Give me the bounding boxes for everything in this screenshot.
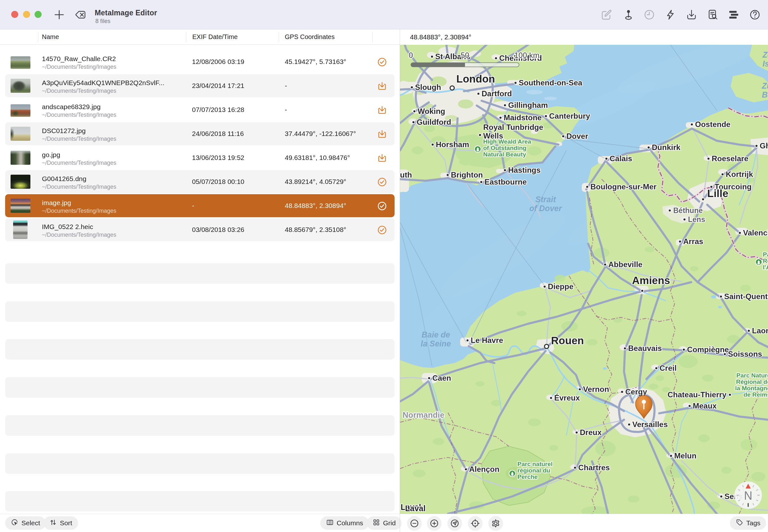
file-gps: 48.85679°, 2.35108°	[285, 226, 346, 234]
help-icon[interactable]	[748, 8, 761, 21]
file-row[interactable]: andscape68329.jpg~/Documents/Testing/Ima…	[5, 98, 395, 121]
download-location-icon[interactable]	[377, 153, 387, 163]
city-dot	[655, 367, 658, 370]
city-dot	[670, 455, 673, 457]
center-pin-button[interactable]	[468, 516, 483, 531]
city-label: Cergy	[625, 387, 647, 396]
sort-button[interactable]: Sort	[44, 516, 78, 530]
sea-label: la Seine	[421, 339, 451, 348]
file-row[interactable]: IMG_0522 2.heic~/Documents/Testing/Image…	[5, 218, 395, 241]
map-settings-button[interactable]	[488, 516, 503, 531]
download-location-icon[interactable]	[377, 105, 387, 115]
geotagged-check-icon[interactable]	[377, 225, 387, 235]
add-icon[interactable]	[53, 8, 66, 21]
actions-icon[interactable]	[664, 8, 677, 21]
city-dot	[647, 146, 650, 149]
park-label: Parc naturel	[517, 461, 553, 467]
empty-row-placeholder	[5, 339, 395, 360]
city-label: Dunkirk	[652, 143, 681, 152]
city-dot	[412, 121, 415, 124]
city-label: Maidstone	[504, 113, 542, 122]
city-dot	[504, 169, 507, 172]
file-datetime: -	[192, 202, 194, 210]
city-dot	[683, 348, 685, 351]
zoom-out-button[interactable]	[407, 516, 422, 531]
close-button[interactable]	[11, 11, 18, 18]
file-datetime: 23/04/2014 17:21	[192, 82, 244, 90]
city-label: Royal Tunbridge	[483, 123, 543, 131]
city-label: Amiens	[632, 274, 670, 286]
columns-button[interactable]: Columns	[320, 516, 369, 530]
file-row[interactable]: A3pQuViEy54adKQ1WNEPB2Q2nSvlF...~/Docume…	[5, 74, 395, 97]
geotagged-check-icon[interactable]	[377, 177, 387, 187]
location-icon[interactable]	[622, 8, 635, 21]
inspect-icon[interactable]	[706, 8, 719, 21]
bottom-toolbar: Select Sort Columns Grid Tags	[0, 514, 768, 532]
city-dot	[720, 295, 723, 298]
city-dot	[624, 347, 627, 350]
empty-row-placeholder	[5, 377, 395, 398]
download-location-icon[interactable]	[377, 129, 387, 139]
file-gps: 37.44479°, -122.16067°	[285, 130, 356, 138]
sea-label: Zu	[762, 81, 768, 90]
grid-button[interactable]: Grid	[367, 516, 402, 530]
map-coordinates-readout: 48.84883°, 2.30894°	[410, 33, 471, 41]
city-dot	[495, 57, 498, 60]
park-label: Parc Nature	[736, 372, 768, 379]
scale-label-100km: 100 km	[514, 51, 540, 60]
city-label: Woking	[418, 107, 445, 115]
file-row[interactable]: go.jpg~/Documents/Testing/Images13/06/20…	[5, 146, 395, 169]
geotagged-check-icon[interactable]	[377, 57, 387, 67]
sea-label: Zee	[762, 50, 768, 59]
city-label: Eastbourne	[484, 178, 527, 186]
select-button[interactable]: Select	[5, 516, 46, 530]
compass[interactable]: N	[734, 481, 762, 509]
city-label: Southend-on-Sea	[519, 78, 582, 87]
park-label: régional du	[517, 467, 550, 474]
city-label: Boulogne-sur-Mer	[590, 182, 657, 191]
locate-button[interactable]	[447, 516, 462, 531]
metadata-icon[interactable]	[727, 8, 740, 21]
import-icon[interactable]	[685, 8, 698, 21]
scale-label-0: 0	[409, 51, 413, 60]
zoom-in-button[interactable]	[427, 516, 442, 531]
file-row[interactable]: DSC01272.jpg~/Documents/Testing/Images24…	[5, 122, 395, 145]
city-label: London	[456, 73, 495, 85]
remove-icon[interactable]	[74, 8, 87, 21]
geotagged-check-icon[interactable]	[377, 201, 387, 211]
file-row[interactable]: 14570_Raw_Challe.CR2~/Documents/Testing/…	[5, 50, 395, 73]
column-header-exif[interactable]: EXIF Date/Time	[192, 33, 238, 41]
city-dot	[621, 391, 624, 393]
city-dot	[466, 339, 469, 342]
city-label: Rouen	[551, 335, 584, 346]
map[interactable]: St AlbansChelmsfordSloughLondonSouthend-…	[400, 45, 768, 514]
park-label: Parc na	[763, 251, 768, 258]
city-dot	[729, 393, 732, 396]
file-row[interactable]: G0041265.dng~/Documents/Testing/Images05…	[5, 170, 395, 193]
scale-label-50: 50	[461, 51, 469, 60]
city-label: Soissons	[728, 350, 762, 358]
history-icon[interactable]	[643, 8, 656, 21]
city-label: Gh	[760, 141, 768, 150]
minimize-button[interactable]	[23, 11, 30, 18]
file-gps: -	[285, 106, 287, 114]
file-thumbnail	[11, 104, 30, 117]
compose-icon[interactable]	[600, 8, 613, 21]
panel-divider	[400, 29, 400, 532]
city-label: Compiègne	[687, 345, 729, 354]
city-dot	[504, 104, 507, 107]
zoom-button[interactable]	[35, 11, 42, 18]
city-dot	[579, 388, 581, 391]
city-dot	[428, 377, 431, 380]
column-header-gps[interactable]: GPS Coordinates	[285, 33, 335, 41]
file-datetime: 03/08/2018 03:26	[192, 226, 244, 234]
park-label: High Weald Area	[483, 138, 531, 145]
file-row[interactable]: image.jpg~/Documents/Testing/Images-48.8…	[5, 194, 395, 217]
tags-button[interactable]: Tags	[730, 516, 766, 530]
sort-label: Sort	[60, 519, 72, 527]
file-name: go.jpg	[42, 151, 60, 159]
window-subtitle: 8 files	[95, 18, 110, 25]
columns-label: Columns	[337, 519, 363, 527]
column-header-name[interactable]: Name	[42, 33, 59, 41]
download-location-icon[interactable]	[377, 81, 387, 91]
